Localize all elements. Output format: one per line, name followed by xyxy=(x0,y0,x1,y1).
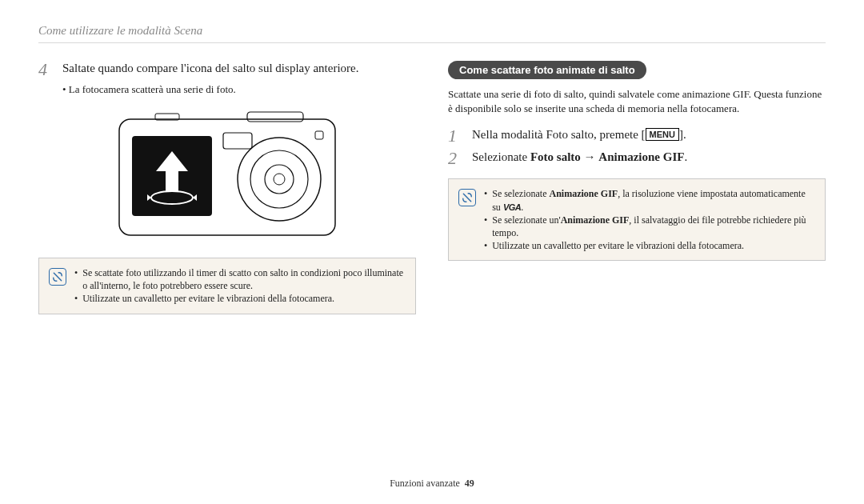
right-column: Come scattare foto animate di salto Scat… xyxy=(448,61,826,314)
step-text: Selezionate Foto salto → Animazione GIF. xyxy=(472,150,687,167)
left-column: 4 Saltate quando compare l'icona del sal… xyxy=(38,61,416,314)
step-number: 2 xyxy=(448,150,462,167)
step-4: 4 Saltate quando compare l'icona del sal… xyxy=(38,61,416,78)
note-icon xyxy=(49,268,66,286)
step2-bold1: Foto salto xyxy=(530,150,581,163)
svg-point-8 xyxy=(265,165,294,194)
vga-icon: VGA xyxy=(503,202,521,214)
note-icon xyxy=(458,189,476,206)
step2-bold2: Animazione GIF xyxy=(598,150,684,163)
content-columns: 4 Saltate quando compare l'icona del sal… xyxy=(38,61,826,314)
step-text: Saltate quando compare l'icona del salto… xyxy=(62,61,359,78)
menu-icon: MENU xyxy=(646,128,679,141)
note-item: Utilizzate un cavalletto per evitare le … xyxy=(484,239,815,252)
camera-illustration xyxy=(38,107,416,243)
note-item: Utilizzate un cavalletto per evitare le … xyxy=(74,292,406,305)
note-text: Se selezionate un'Animazione GIF, il sal… xyxy=(492,214,815,239)
note-item: Se scattate foto utilizzando il timer di… xyxy=(74,266,406,292)
page-footer: Funzioni avanzate 49 xyxy=(0,478,864,490)
note-text: Utilizzate un cavalletto per evitare le … xyxy=(492,239,744,252)
page-header: Come utilizzare le modalità Scena xyxy=(38,24,826,43)
svg-point-7 xyxy=(250,150,308,208)
step-2: 2 Selezionate Foto salto → Animazione GI… xyxy=(448,150,826,167)
section-pill: Come scattare foto animate di salto xyxy=(448,61,646,79)
note-text: Se scattate foto utilizzando il timer di… xyxy=(82,266,406,292)
arrow-glyph: → xyxy=(581,150,599,163)
step2-pre: Selezionate xyxy=(472,150,530,163)
step-number: 4 xyxy=(38,61,53,78)
note-item: Se selezionate Animazione GIF, la risolu… xyxy=(484,187,815,213)
intro-paragraph: Scattate una serie di foto di salto, qui… xyxy=(448,87,826,116)
step2-post: . xyxy=(684,150,687,163)
step-text: Nella modalità Foto salto, premete [MENU… xyxy=(472,127,686,145)
camera-svg xyxy=(111,107,343,243)
footer-section: Funzioni avanzate xyxy=(390,478,460,489)
left-note-box: Se scattate foto utilizzando il timer di… xyxy=(38,258,416,314)
step-1: 1 Nella modalità Foto salto, premete [ME… xyxy=(448,127,826,145)
header-title: Come utilizzare le modalità Scena xyxy=(38,24,202,37)
right-note-list: Se selezionate Animazione GIF, la risolu… xyxy=(484,187,815,252)
step1-pre: Nella modalità Foto salto, premete [ xyxy=(472,128,646,141)
right-note-box: Se selezionate Animazione GIF, la risolu… xyxy=(448,178,826,261)
step-4-subtext: La fotocamera scatterà una serie di foto… xyxy=(62,83,416,96)
note-text: Se selezionate Animazione GIF, la risolu… xyxy=(492,187,815,213)
svg-rect-1 xyxy=(247,112,303,122)
note-item: Se selezionate un'Animazione GIF, il sal… xyxy=(484,214,815,239)
svg-rect-10 xyxy=(315,131,323,139)
page-number: 49 xyxy=(465,478,474,489)
note-text: Utilizzate un cavalletto per evitare le … xyxy=(82,292,334,305)
left-note-list: Se scattate foto utilizzando il timer di… xyxy=(74,266,406,306)
svg-point-9 xyxy=(274,174,285,185)
step-number: 1 xyxy=(448,127,462,145)
svg-rect-5 xyxy=(223,133,252,149)
step1-post: ]. xyxy=(679,128,686,141)
